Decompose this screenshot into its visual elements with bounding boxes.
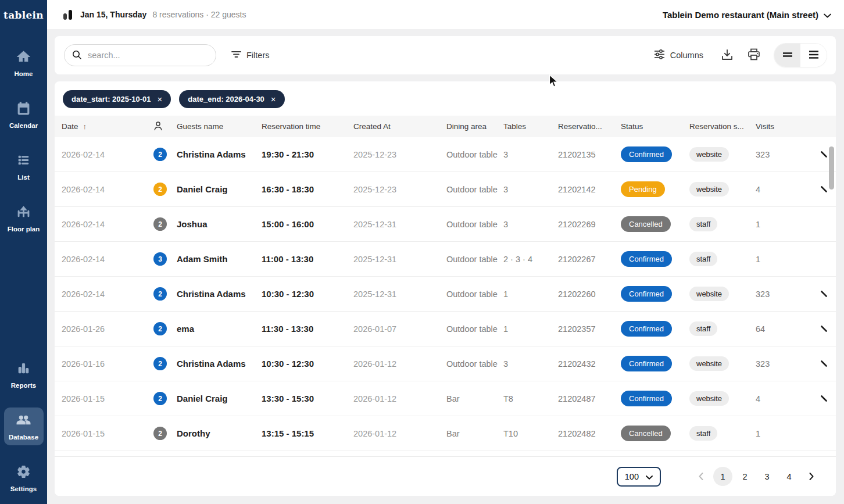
previous-page-button[interactable] — [691, 467, 710, 486]
next-page-button[interactable] — [802, 467, 821, 486]
download-icon — [721, 49, 734, 62]
table-row[interactable]: 2026-01-162Christina Adams10:30 - 12:302… — [55, 346, 836, 381]
column-header-date[interactable]: Date ↑ — [62, 122, 153, 131]
app-logo: tablein — [3, 0, 44, 30]
search-icon — [72, 50, 82, 60]
guest-count-badge: 2 — [153, 392, 167, 405]
source-badge: website — [689, 182, 729, 196]
cell-reservation-source: website — [689, 147, 756, 162]
column-header-guests-name[interactable]: Guests name — [177, 122, 262, 131]
restaurant-selector[interactable]: Tablein Demo restaurant (Main street) — [663, 10, 831, 20]
sidebar-item-floor-plan[interactable]: Floor plan — [4, 199, 44, 237]
table-row[interactable]: 2026-01-262ema11:30 - 13:302026-01-07Out… — [55, 312, 836, 346]
table-row[interactable]: 2026-01-152Daniel Craig13:30 - 15:302026… — [55, 381, 836, 416]
column-header-tables[interactable]: Tables — [503, 122, 558, 131]
cell-guest-name: Joshua — [177, 219, 262, 229]
cell-reservation-time: 19:30 - 21:30 — [262, 149, 353, 159]
sort-asc-icon: ↑ — [83, 122, 87, 131]
remove-filter-icon[interactable]: × — [158, 95, 163, 103]
cell-visits: 1 — [756, 255, 807, 264]
table-row[interactable]: 2026-02-142Daniel Craig16:30 - 18:302025… — [55, 172, 836, 207]
cell-guest-count: 2 — [153, 357, 177, 370]
cell-guest-count: 2 — [153, 217, 177, 231]
chevron-left-icon — [699, 473, 703, 480]
guest-count-badge: 3 — [153, 252, 167, 266]
table-row[interactable]: 2026-02-143Adam Smith11:00 - 13:302025-1… — [55, 242, 836, 277]
page-button-2[interactable]: 2 — [735, 467, 754, 486]
columns-button[interactable]: Columns — [650, 49, 707, 62]
cell-reservation-source: staff — [689, 426, 756, 441]
cell-phone — [807, 395, 836, 402]
cell-created-at: 2025-12-23 — [353, 150, 446, 159]
cell-phone — [807, 290, 836, 298]
guest-count-badge: 2 — [153, 287, 167, 301]
sidebar-item-list[interactable]: List — [4, 148, 44, 185]
column-header-reservation-time[interactable]: Reservation time — [262, 122, 353, 131]
search-input[interactable] — [64, 44, 216, 66]
sidebar-item-home[interactable]: Home — [4, 44, 44, 82]
rows-per-page-select[interactable]: 100 — [617, 467, 661, 487]
cell-date: 2026-02-14 — [62, 185, 153, 194]
cell-guest-name: Christina Adams — [177, 359, 262, 369]
cell-guest-name: Christina Adams — [177, 289, 262, 299]
column-header-status[interactable]: Status — [621, 122, 689, 131]
filter-chip-label: date_end: 2026-04-30 — [188, 95, 264, 103]
cell-created-at: 2026-01-12 — [353, 429, 446, 438]
guest-count-badge: 2 — [153, 148, 167, 161]
source-badge: staff — [689, 252, 717, 266]
cell-reservation-source: staff — [689, 217, 756, 231]
chevron-down-icon — [824, 10, 831, 20]
cell-reservation-source: staff — [689, 252, 756, 266]
cell-guest-count: 2 — [153, 148, 177, 161]
cell-reservation-time: 13:15 - 15:15 — [262, 428, 353, 438]
print-button[interactable] — [748, 48, 760, 62]
sidebar-item-calendar[interactable]: Calendar — [4, 96, 44, 134]
column-header-dining-area[interactable]: Dining area — [446, 122, 503, 131]
sidebar-item-settings[interactable]: Settings — [4, 459, 44, 497]
status-badge: Confirmed — [621, 251, 672, 267]
source-badge: staff — [689, 426, 717, 441]
remove-filter-icon[interactable]: × — [271, 95, 276, 103]
column-header-reservation-source[interactable]: Reservation s... — [689, 122, 756, 131]
page-button-1[interactable]: 1 — [713, 467, 732, 486]
cell-reservation-time: 10:30 - 12:30 — [262, 359, 353, 369]
table-row[interactable]: 2026-01-152Dorothy13:15 - 15:152026-01-1… — [55, 416, 836, 451]
page-button-3[interactable]: 3 — [757, 467, 777, 486]
cell-tables: 1 — [503, 289, 558, 299]
column-header-visits[interactable]: Visits — [756, 122, 807, 131]
cell-visits: 1 — [756, 429, 807, 438]
cell-visits: 1 — [756, 220, 807, 229]
cell-tables: 2 · 3 · 4 — [503, 255, 558, 264]
cell-reservation-number: 21202357 — [558, 324, 621, 334]
sidebar-item-database[interactable]: Database — [4, 408, 44, 445]
source-badge: website — [689, 147, 729, 162]
cell-status: Pending — [621, 181, 689, 197]
table-row[interactable]: 2026-02-142Christina Adams10:30 - 12:302… — [55, 277, 836, 312]
vertical-scrollbar[interactable] — [829, 146, 834, 190]
sidebar-item-label: Database — [9, 434, 38, 441]
cell-reservation-number: 21202269 — [558, 220, 621, 229]
column-header-guests[interactable] — [153, 121, 177, 133]
column-header-reservation-number[interactable]: Reservatio... — [558, 122, 621, 131]
column-header-created-at[interactable]: Created At — [353, 122, 446, 131]
table-toolbar: Filters Columns — [55, 36, 836, 74]
cell-reservation-time: 13:30 - 15:30 — [262, 394, 353, 403]
page-button-4[interactable]: 4 — [779, 467, 799, 486]
cell-reservation-time: 11:30 - 13:30 — [262, 324, 353, 334]
table-row[interactable]: 2026-02-142Christina Adams19:30 - 21:302… — [55, 137, 836, 172]
cell-date: 2026-01-15 — [62, 394, 153, 403]
table-body: 2026-02-142Christina Adams19:30 - 21:302… — [55, 137, 836, 451]
density-compact-button[interactable] — [774, 44, 800, 67]
cell-reservation-source: website — [689, 287, 756, 301]
table-row[interactable]: 2026-02-142Joshua15:00 - 16:002025-12-31… — [55, 207, 836, 242]
cell-date: 2026-01-16 — [62, 359, 153, 369]
sidebar-item-reports[interactable]: Reports — [4, 356, 44, 394]
density-comfortable-button[interactable] — [800, 44, 827, 67]
filter-chip-date-start: date_start: 2025-10-01 × — [63, 90, 171, 108]
download-button[interactable] — [721, 49, 734, 62]
cell-created-at: 2025-12-31 — [353, 289, 446, 299]
cell-created-at: 2025-12-23 — [353, 185, 446, 194]
table-footer: 100 1 2 3 4 — [55, 456, 836, 496]
gear-icon — [16, 464, 31, 481]
filters-button[interactable]: Filters — [228, 50, 273, 60]
